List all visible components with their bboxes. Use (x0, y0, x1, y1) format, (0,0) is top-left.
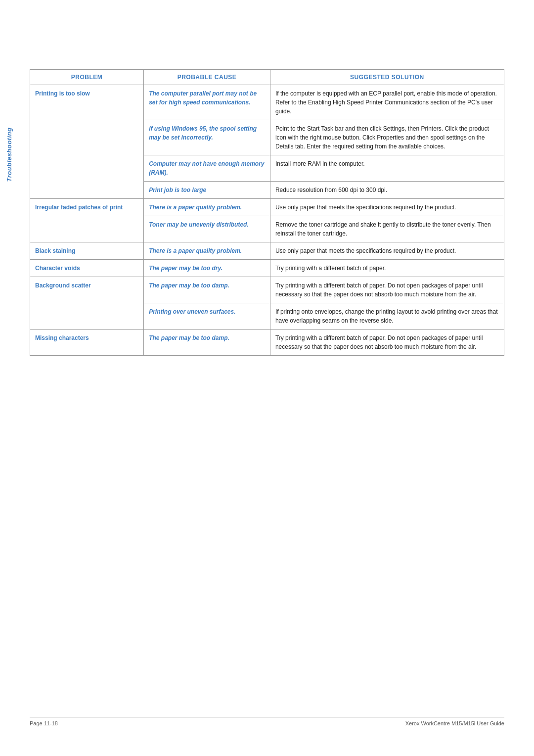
solution-cell: Reduce resolution from 600 dpi to 300 dp… (270, 182, 504, 199)
table-row: Character voidsThe paper may be too dry.… (30, 260, 504, 277)
solution-cell: Try printing with a different batch of p… (270, 330, 504, 356)
problem-cell: Printing is too slow (30, 85, 144, 199)
cause-cell: Computer may not have enough memory (RAM… (144, 155, 270, 182)
content-area: PROBLEM PROBABLE CAUSE SUGGESTED SOLUTIO… (30, 0, 504, 356)
table-row: Missing charactersThe paper may be too d… (30, 330, 504, 356)
solution-cell: Install more RAM in the computer. (270, 155, 504, 182)
solution-cell: Try printing with a different batch of p… (270, 277, 504, 303)
cause-cell: Print job is too large (144, 182, 270, 199)
problem-cell: Black staining (30, 242, 144, 260)
cause-cell: The paper may be too dry. (144, 260, 270, 277)
header-solution: SUGGESTED SOLUTION (270, 70, 504, 85)
solution-cell: Use only paper that meets the specificat… (270, 199, 504, 216)
cause-cell: The computer parallel port may not be se… (144, 85, 270, 120)
cause-cell: The paper may be too damp. (144, 330, 270, 356)
solution-cell: Point to the Start Task bar and then cli… (270, 120, 504, 155)
header-problem: PROBLEM (30, 70, 144, 85)
troubleshooting-table: PROBLEM PROBABLE CAUSE SUGGESTED SOLUTIO… (30, 69, 504, 356)
cause-cell: Printing over uneven surfaces. (144, 303, 270, 330)
problem-cell: Missing characters (30, 330, 144, 356)
table-header-row: PROBLEM PROBABLE CAUSE SUGGESTED SOLUTIO… (30, 70, 504, 85)
problem-cell: Irregular faded patches of print (30, 199, 144, 242)
problem-cell: Background scatter (30, 277, 144, 330)
solution-cell: If printing onto envelopes, change the p… (270, 303, 504, 330)
cause-cell: There is a paper quality problem. (144, 199, 270, 216)
table-row: Printing is too slowThe computer paralle… (30, 85, 504, 120)
footer: Page 11-18 Xerox WorkCentre M15/M15i Use… (30, 717, 504, 726)
footer-title: Xerox WorkCentre M15/M15i User Guide (405, 720, 504, 726)
table-row: Irregular faded patches of printThere is… (30, 199, 504, 216)
solution-cell: Try printing with a different batch of p… (270, 260, 504, 277)
solution-cell: Use only paper that meets the specificat… (270, 242, 504, 260)
footer-page: Page 11-18 (30, 720, 58, 726)
cause-cell: Toner may be unevenly distributed. (144, 216, 270, 242)
sidebar-label: Troubleshooting (5, 123, 13, 187)
table-row: Background scatterThe paper may be too d… (30, 277, 504, 303)
solution-cell: Remove the toner cartridge and shake it … (270, 216, 504, 242)
cause-cell: The paper may be too damp. (144, 277, 270, 303)
header-cause: PROBABLE CAUSE (144, 70, 270, 85)
table-row: Black stainingThere is a paper quality p… (30, 242, 504, 260)
solution-cell: If the computer is equipped with an ECP … (270, 85, 504, 120)
cause-cell: If using Windows 95, the spool setting m… (144, 120, 270, 155)
problem-cell: Character voids (30, 260, 144, 277)
cause-cell: There is a paper quality problem. (144, 242, 270, 260)
page: Troubleshooting PROBLEM PROBABLE CAUSE S… (0, 0, 534, 756)
